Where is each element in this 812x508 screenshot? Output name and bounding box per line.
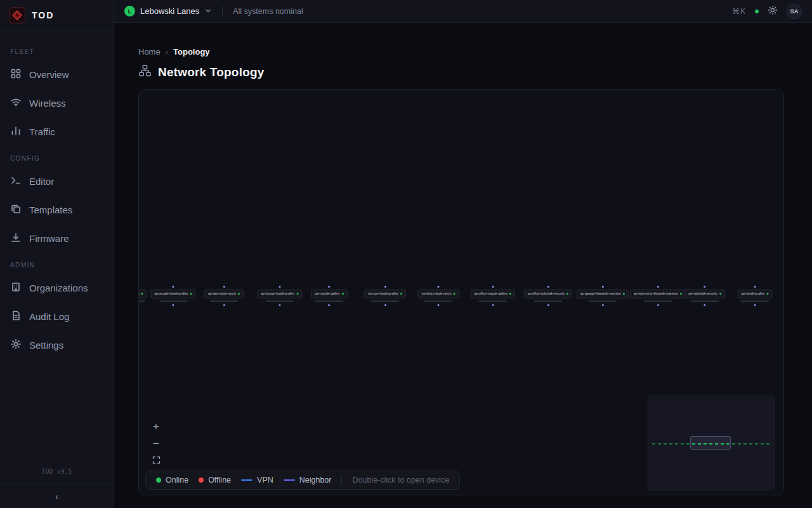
chevron-down-icon <box>204 6 212 17</box>
device-node[interactable]: ap-lounge-bowling-alley <box>258 284 303 308</box>
command-palette-shortcut[interactable]: ⌘K <box>732 7 746 16</box>
org-switcher[interactable]: L Lebowski Lanes <box>124 6 212 17</box>
app-logo-icon <box>9 7 25 23</box>
client-dot <box>754 286 756 288</box>
device-card[interactable]: ap-barn-dude-ranch <box>204 290 244 298</box>
client-dot <box>601 286 603 288</box>
breadcrumb-home-link[interactable]: Home <box>138 47 160 57</box>
grid-icon <box>10 68 22 81</box>
device-node[interactable]: sw-distro-dude-ranch <box>418 284 459 308</box>
device-card[interactable]: gw-sobchak-security <box>684 290 725 298</box>
device-node[interactable]: ap-barn-dude-ranch <box>204 284 244 308</box>
device-node[interactable]: gw-bowling-alley <box>738 284 773 308</box>
client-dot <box>704 304 705 306</box>
status-dot <box>400 293 402 295</box>
device-card[interactable]: ap-arcade-bowling-alley <box>150 290 195 298</box>
theme-toggle-button[interactable] <box>768 5 778 17</box>
main-area: L Lebowski Lanes All systems nominal ⌘K <box>114 0 812 508</box>
device-name: gw-bowling-alley <box>742 292 765 296</box>
client-dot <box>704 286 705 288</box>
zoom-out-button[interactable]: − <box>150 438 162 450</box>
sidebar-item-label: Templates <box>29 204 72 215</box>
device-name: ap-office-maude-gallery <box>475 292 508 296</box>
device-name: ap-office-sobchak-security <box>528 292 565 296</box>
device-node[interactable]: gw-dude-ranch <box>138 284 147 308</box>
minimap-viewport[interactable] <box>690 436 731 450</box>
device-card[interactable]: ap-office-maude-gallery <box>471 290 515 298</box>
device-card[interactable]: ap-garage-lebowski-mansion <box>577 290 629 298</box>
legend-online-label: Online <box>166 476 188 485</box>
legend-vpn: VPN <box>241 476 273 485</box>
topology-canvas[interactable]: gw-dude-ranch ap-arcade-bowling-alley ap… <box>138 89 784 495</box>
device-node[interactable]: ap-office-sobchak-security <box>524 284 572 308</box>
page-title: Network Topology <box>158 65 265 79</box>
copy-icon <box>10 203 22 217</box>
section-label-fleet: FLEET <box>0 39 114 60</box>
device-node[interactable]: ap-office-maude-gallery <box>471 284 515 308</box>
device-node[interactable]: gw-sobchak-security <box>684 284 725 308</box>
device-node[interactable]: sw-core-bowling-alley <box>364 284 406 308</box>
sidebar-item-settings[interactable]: Settings <box>0 331 114 359</box>
status-dot <box>296 293 298 295</box>
legend-online: Online <box>156 476 188 485</box>
minimap[interactable] <box>648 396 775 490</box>
device-card[interactable]: gw-bowling-alley <box>738 290 773 298</box>
offline-dot-icon <box>199 478 204 483</box>
sidebar-item-overview[interactable]: Overview <box>0 60 114 89</box>
sidebar-item-wireless[interactable]: Wireless <box>0 89 114 117</box>
device-name: ap-arcade-bowling-alley <box>154 292 188 296</box>
sidebar-item-traffic[interactable]: Traffic <box>0 117 114 146</box>
client-dot <box>492 304 494 306</box>
header-divider <box>222 6 223 17</box>
device-node[interactable]: ap-arcade-bowling-alley <box>150 284 195 308</box>
device-card[interactable]: ap-office-sobchak-security <box>524 290 572 298</box>
client-dot <box>754 304 756 306</box>
device-name: sw-core-bowling-alley <box>368 292 398 296</box>
legend-neighbor-label: Neighbor <box>299 476 332 485</box>
sidebar-item-organizations[interactable]: Organizations <box>0 274 114 302</box>
sidebar-item-templates[interactable]: Templates <box>0 196 114 224</box>
section-label-config: CONFIG <box>0 146 114 167</box>
device-card[interactable]: ap-east-wing-lebowski-mansion <box>630 290 686 298</box>
device-card[interactable]: ap-lounge-bowling-alley <box>258 290 303 298</box>
zoom-in-button[interactable]: + <box>150 421 162 432</box>
sidebar-item-audit-log[interactable]: Audit Log <box>0 302 114 331</box>
sidebar-collapse-button[interactable]: ‹ <box>48 488 66 505</box>
device-subtext <box>159 300 187 302</box>
client-dot <box>492 286 494 288</box>
sidebar-item-editor[interactable]: Editor <box>0 167 114 196</box>
device-subtext <box>371 300 399 302</box>
client-dot <box>384 304 386 306</box>
legend-offline: Offline <box>199 476 231 485</box>
sidebar-item-firmware[interactable]: Firmware <box>0 224 114 253</box>
sidebar-item-label: Firmware <box>29 233 69 244</box>
app-brand: TOD <box>32 10 54 20</box>
device-card[interactable]: sw-core-bowling-alley <box>364 290 406 298</box>
device-name: ap-east-wing-lebowski-mansion <box>634 292 678 296</box>
device-node[interactable]: gw-maude-gallery <box>311 284 348 308</box>
legend-offline-label: Offline <box>208 476 231 485</box>
sun-icon <box>768 5 778 17</box>
device-card[interactable]: sw-distro-dude-ranch <box>418 290 459 298</box>
client-dot <box>384 286 386 288</box>
bar-chart-icon <box>10 125 22 138</box>
sidebar-item-label: Wireless <box>29 98 66 109</box>
zoom-controls: + − <box>150 421 162 467</box>
fit-view-button[interactable] <box>150 455 162 467</box>
status-dot <box>719 293 721 295</box>
device-node[interactable]: ap-east-wing-lebowski-mansion <box>630 284 686 308</box>
device-subtext <box>741 300 769 302</box>
sidebar-nav: FLEET Overview Wireless <box>0 30 114 468</box>
minimap-viewport-nodes <box>692 443 729 444</box>
building-icon <box>10 281 22 295</box>
maximize-icon <box>152 455 161 467</box>
section-label-admin: ADMIN <box>0 253 114 274</box>
status-dot <box>623 293 625 295</box>
device-subtext <box>210 300 238 302</box>
device-node[interactable]: ap-garage-lebowski-mansion <box>577 284 629 308</box>
sidebar-item-label: Settings <box>29 340 63 351</box>
device-name: gw-maude-gallery <box>315 292 340 296</box>
user-avatar[interactable]: SA <box>787 4 802 19</box>
device-card[interactable]: gw-maude-gallery <box>311 290 348 298</box>
device-card[interactable]: gw-dude-ranch <box>138 290 147 298</box>
